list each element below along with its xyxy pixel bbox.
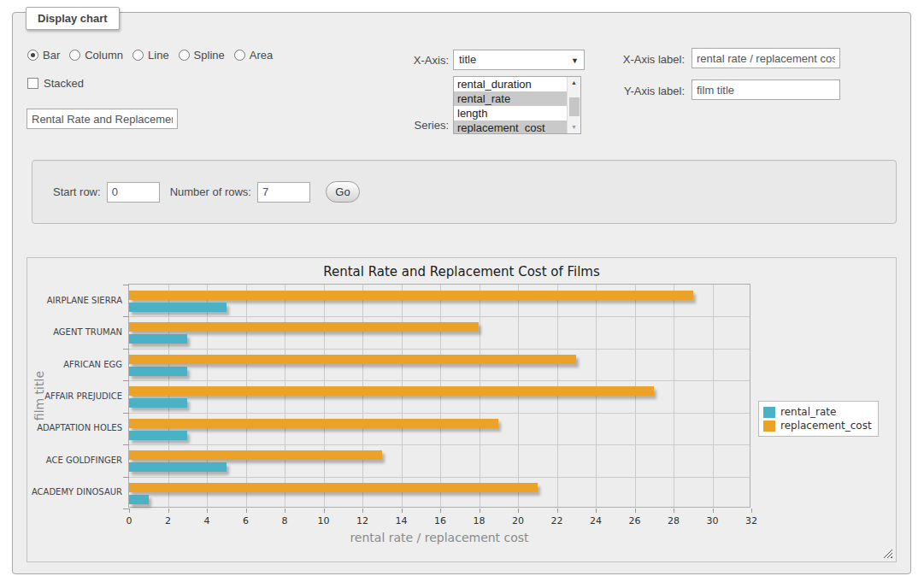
category-label: ACE GOLDFINGER	[30, 456, 122, 465]
radio-area[interactable]	[234, 50, 245, 61]
go-button[interactable]: Go	[326, 181, 360, 203]
legend-row: replacement_cost	[763, 419, 872, 432]
category-label: AIRPLANE SIERRA	[30, 296, 122, 305]
radio-line[interactable]	[132, 50, 144, 61]
x-tick-label: 16	[427, 515, 453, 526]
x-tick-label: 8	[272, 515, 297, 526]
legend-swatch-rental_rate	[763, 407, 775, 418]
x-tick-mark	[635, 509, 636, 513]
chart-title-input[interactable]	[26, 109, 178, 129]
radio-label-spline[interactable]: Spline	[194, 49, 225, 62]
legend-label-replacement_cost: replacement_cost	[780, 420, 872, 432]
x-tick-mark	[402, 509, 403, 513]
series-option-rental_duration[interactable]: rental_duration	[454, 77, 567, 91]
radio-label-column[interactable]: Column	[85, 49, 123, 62]
category-label: AFRICAN EGG	[30, 360, 122, 369]
x-tick-label: 14	[389, 515, 415, 526]
x-axis-selected-value: title	[459, 53, 476, 66]
x-tick-label: 32	[739, 515, 764, 526]
category-label: AGENT TRUMAN	[30, 327, 122, 337]
radio-bar[interactable]	[27, 50, 38, 61]
bar-replacement_cost	[129, 450, 382, 460]
y-tick-mark	[123, 509, 129, 509]
chart-title: Rental Rate and Replacement Cost of Film…	[27, 264, 896, 279]
category-label: ADAPTATION HOLES	[30, 423, 122, 432]
chart-plot-area: film title rental rate / replacement cos…	[128, 284, 750, 508]
y-tick-mark	[123, 413, 129, 414]
chart-type-option-spline: Spline	[179, 49, 225, 62]
x-tick-label: 12	[350, 515, 375, 526]
start-row-input[interactable]	[107, 182, 160, 203]
x-tick-mark	[751, 509, 752, 513]
radio-spline[interactable]	[179, 50, 190, 61]
category-label: AFFAIR PREJUDICE	[30, 391, 122, 401]
legend-row: rental_rate	[763, 405, 872, 419]
legend-label-rental_rate: rental_rate	[780, 406, 836, 418]
gridline	[674, 285, 674, 507]
x-axis-select-label: X-Axis:	[389, 54, 449, 67]
x-tick-label: 2	[156, 515, 181, 526]
x-tick-label: 6	[233, 515, 259, 526]
x-tick-mark	[557, 509, 558, 513]
x-tick-mark	[440, 509, 441, 513]
x-axis-select[interactable]: title ▼	[453, 50, 585, 70]
x-axis-label-input[interactable]	[692, 48, 840, 68]
x-tick-label: 26	[622, 515, 648, 526]
chevron-down-icon: ▼	[571, 50, 579, 71]
radio-label-bar[interactable]: Bar	[43, 49, 60, 62]
x-tick-label: 28	[661, 515, 686, 526]
series-option-rental_rate[interactable]: rental_rate	[454, 91, 567, 106]
gridline	[129, 444, 750, 445]
chart-legend: rental_ratereplacement_cost	[758, 401, 879, 437]
gridline	[129, 349, 750, 350]
scroll-up-icon[interactable]: ▲	[568, 77, 580, 89]
stacked-checkbox[interactable]	[27, 78, 38, 89]
resize-handle-icon[interactable]	[883, 549, 892, 558]
chart-type-option-bar: Bar	[27, 49, 60, 62]
x-tick-mark	[713, 509, 714, 513]
display-chart-fieldset: BarColumnLineSplineArea Stacked X-Axis: …	[12, 12, 911, 574]
num-rows-input[interactable]	[257, 182, 310, 203]
series-scrollbar[interactable]: ▲ ▼	[567, 77, 580, 133]
bar-rental_rate	[129, 303, 227, 312]
radio-column[interactable]	[69, 50, 80, 61]
y-tick-mark	[123, 477, 129, 478]
x-tick-label: 4	[194, 515, 220, 526]
x-tick-mark	[285, 509, 285, 513]
radio-label-line[interactable]: Line	[148, 49, 169, 62]
series-option-replacement_cost[interactable]: replacement_cost	[454, 121, 567, 134]
bar-replacement_cost	[129, 355, 576, 364]
category-label: ACADEMY DINOSAUR	[30, 487, 122, 497]
x-tick-mark	[362, 509, 363, 513]
x-tick-mark	[518, 509, 519, 513]
gridline	[129, 316, 750, 317]
scrollbar-thumb[interactable]	[569, 97, 580, 116]
scroll-down-icon[interactable]: ▼	[568, 121, 580, 133]
y-tick-mark	[123, 316, 129, 317]
y-axis-label-input[interactable]	[692, 79, 840, 100]
bar-rental_rate	[129, 462, 227, 472]
chart-x-axis-title: rental rate / replacement cost	[129, 531, 750, 544]
radio-label-area[interactable]: Area	[250, 49, 273, 62]
start-row-label: Start row:	[53, 185, 101, 198]
chart-type-option-area: Area	[234, 49, 273, 62]
x-tick-label: 10	[311, 515, 337, 526]
series-option-length[interactable]: length	[454, 106, 567, 121]
fieldset-legend: Display chart	[26, 7, 120, 30]
bar-rental_rate	[129, 367, 187, 376]
display-chart-page: BarColumnLineSplineArea Stacked X-Axis: …	[0, 0, 924, 582]
x-tick-mark	[168, 509, 169, 513]
gridline	[713, 285, 714, 507]
x-tick-mark	[246, 509, 247, 513]
x-tick-label: 20	[505, 515, 531, 526]
stacked-label[interactable]: Stacked	[44, 77, 84, 90]
rows-panel: Start row: Number of rows: Go	[32, 160, 897, 224]
legend-swatch-replacement_cost	[763, 420, 775, 432]
stacked-row: Stacked	[27, 77, 84, 90]
series-listbox[interactable]: rental_durationrental_ratelengthreplacem…	[453, 76, 581, 134]
y-tick-mark	[123, 380, 129, 381]
bar-rental_rate	[129, 495, 149, 504]
x-tick-label: 30	[700, 515, 726, 526]
series-select-label: Series:	[389, 119, 449, 132]
series-options: rental_durationrental_ratelengthreplacem…	[454, 77, 567, 134]
